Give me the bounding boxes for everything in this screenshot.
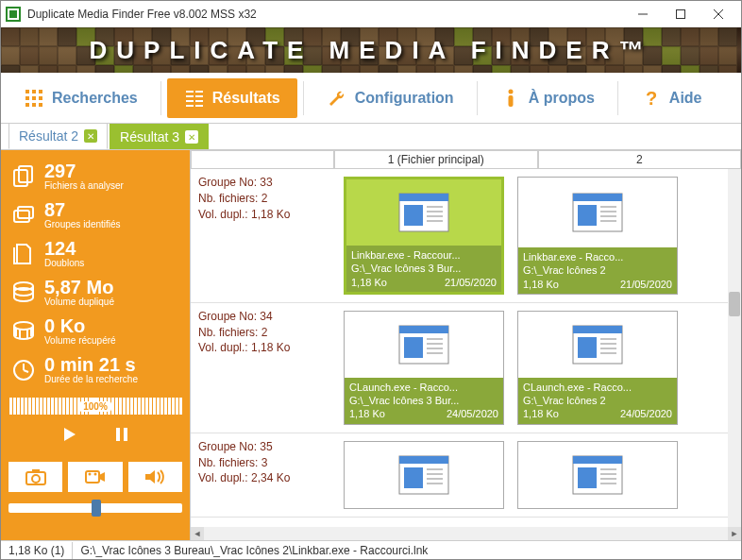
result-cell[interactable]: Linkbar.exe - Racco...G:\_Vrac Icônes 21…: [517, 177, 678, 295]
svg-rect-42: [124, 428, 127, 441]
svg-rect-67: [404, 337, 423, 358]
svg-rect-88: [578, 467, 597, 488]
stat-recovered: 0 KoVolume récupéré: [8, 313, 182, 349]
statusbar: 1,18 Ko (1) G:\_Vrac Icônes 3 Bureau\_Vr…: [1, 540, 741, 559]
scroll-left-button[interactable]: ◄: [191, 527, 204, 540]
pause-button[interactable]: [104, 422, 140, 447]
video-button[interactable]: [68, 462, 122, 492]
main-toolbar: Recherches Résultats Configuration À pro…: [1, 73, 741, 124]
svg-rect-1: [9, 10, 17, 18]
play-button[interactable]: [51, 422, 87, 447]
svg-rect-21: [186, 105, 194, 107]
svg-rect-44: [32, 469, 40, 473]
group-row: Groupe No: 33Nb. fichiers: 2Vol. dupl.: …: [191, 169, 741, 303]
banner-text: DUPLICATE MEDIA FINDER™: [90, 36, 653, 65]
svg-rect-87: [573, 456, 622, 464]
camera-button[interactable]: [8, 462, 62, 492]
svg-line-39: [24, 370, 28, 372]
result-cell[interactable]: Linkbar.exe - Raccour...G:\_Vrac Icônes …: [344, 177, 504, 295]
app-icon: [5, 6, 22, 23]
aide-button[interactable]: ? Aide: [624, 78, 719, 118]
groups-icon: [10, 202, 37, 229]
svg-rect-24: [508, 95, 513, 107]
group-info: Groupe No: 33Nb. fichiers: 2Vol. dupl.: …: [191, 169, 334, 302]
svg-rect-59: [573, 194, 622, 201]
item-caption: CLaunch.exe - Racco...G:\_Vrac Icônes 3 …: [345, 378, 503, 424]
svg-point-48: [93, 473, 96, 476]
svg-rect-27: [19, 166, 32, 182]
stat-duplicates: 124Doublons: [8, 235, 182, 272]
svg-rect-7: [32, 90, 36, 93]
tab-resultat-3[interactable]: Résultat 3 ✕: [110, 124, 209, 149]
banner: DUPLICATE MEDIA FINDER™: [1, 27, 741, 73]
svg-rect-13: [32, 103, 36, 107]
svg-rect-8: [39, 90, 42, 93]
svg-rect-11: [39, 96, 42, 100]
sound-button[interactable]: [128, 462, 182, 492]
close-icon[interactable]: ✕: [84, 129, 97, 143]
status-path: G:\_Vrac Icônes 3 Bureau\_Vrac Icônes 2\…: [73, 542, 741, 559]
stat-groups: 87Groupes identifiés: [8, 196, 182, 233]
item-caption: Linkbar.exe - Raccour...G:\_Vrac Icônes …: [346, 246, 501, 292]
group-info: Groupe No: 34Nb. fichiers: 2Vol. dupl.: …: [191, 303, 334, 433]
svg-rect-73: [573, 326, 622, 333]
svg-rect-46: [86, 471, 99, 483]
svg-rect-26: [14, 170, 27, 186]
result-cell[interactable]: CLaunch.exe - Racco...G:\_Vrac Icônes 3 …: [344, 311, 504, 425]
apropos-button[interactable]: À propos: [483, 78, 612, 118]
stats-sidebar: 297Fichiers à analyser 87Groupes identif…: [1, 150, 190, 540]
result-cell[interactable]: [344, 441, 504, 509]
column-header-empty: [191, 150, 334, 169]
configuration-button[interactable]: Configuration: [310, 78, 471, 118]
titlebar: Duplicate Media Finder Free v8.002 MSS x…: [1, 1, 741, 27]
thumbnail: [345, 312, 503, 378]
result-cell[interactable]: [517, 441, 678, 509]
horizontal-scrollbar[interactable]: ◄ ►: [191, 527, 741, 540]
results-icon: [184, 88, 205, 109]
svg-rect-41: [116, 428, 120, 441]
thumbnail: [518, 442, 677, 508]
svg-rect-66: [399, 326, 448, 333]
close-button[interactable]: [700, 3, 737, 25]
recherches-button[interactable]: Recherches: [7, 78, 155, 118]
column-header-1[interactable]: 1 (Fichier principal): [334, 150, 538, 169]
svg-rect-19: [186, 100, 194, 102]
separator: [160, 81, 161, 115]
thumbnail: [345, 442, 503, 508]
svg-rect-52: [399, 194, 448, 201]
vertical-scrollbar[interactable]: [728, 169, 741, 527]
svg-rect-10: [32, 96, 36, 100]
item-caption: CLaunch.exe - Racco...G:\_Vrac Icônes 21…: [518, 378, 677, 424]
size-slider[interactable]: [8, 503, 182, 513]
svg-point-47: [88, 473, 91, 476]
svg-rect-74: [578, 337, 597, 358]
group-row: Groupe No: 35Nb. fichiers: 3Vol. dupl.: …: [191, 433, 741, 518]
svg-rect-12: [25, 103, 29, 107]
separator: [617, 81, 618, 115]
svg-point-23: [508, 89, 513, 93]
separator: [477, 81, 478, 115]
search-icon: [24, 88, 44, 109]
scroll-right-button[interactable]: ►: [728, 527, 741, 540]
result-cell[interactable]: CLaunch.exe - Racco...G:\_Vrac Icônes 21…: [517, 311, 678, 425]
separator: [303, 81, 304, 115]
svg-rect-16: [195, 91, 203, 93]
tab-resultat-2[interactable]: Résultat 2 ✕: [8, 123, 108, 149]
stat-dup-volume: 5,87 MoVolume dupliqué: [8, 274, 182, 311]
svg-marker-50: [145, 470, 155, 484]
close-icon[interactable]: ✕: [185, 130, 198, 144]
item-caption: Linkbar.exe - Racco...G:\_Vrac Icônes 21…: [518, 247, 677, 294]
column-header-2[interactable]: 2: [538, 150, 742, 169]
svg-rect-18: [195, 95, 203, 97]
status-size: 1,18 Ko (1): [1, 542, 73, 559]
minimize-button[interactable]: [624, 3, 662, 25]
svg-rect-53: [404, 205, 423, 226]
disk-icon: [10, 280, 37, 306]
wrench-icon: [327, 88, 347, 109]
svg-marker-40: [64, 428, 76, 441]
slider-thumb[interactable]: [92, 500, 101, 517]
window-title: Duplicate Media Finder Free v8.002 MSS x…: [27, 8, 624, 21]
resultats-button[interactable]: Résultats: [167, 78, 297, 118]
svg-rect-17: [186, 95, 194, 97]
maximize-button[interactable]: [662, 3, 700, 25]
